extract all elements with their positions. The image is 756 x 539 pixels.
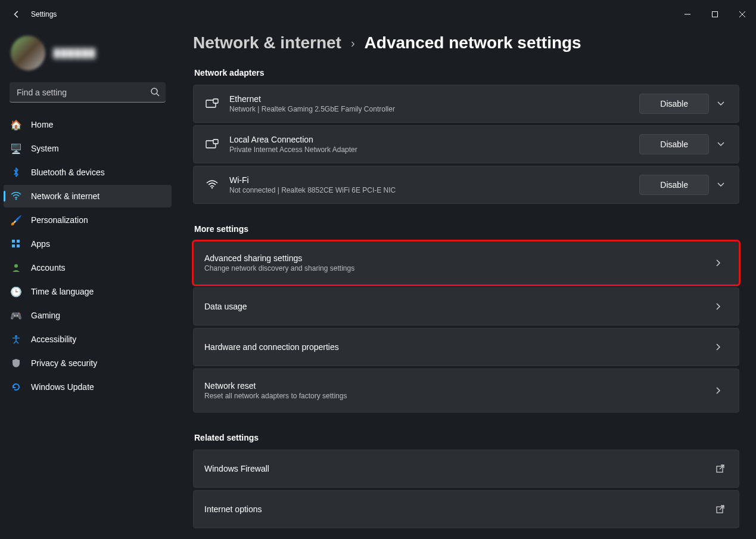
- chevron-right-icon: [716, 343, 728, 351]
- window-controls: [674, 5, 756, 24]
- ethernet-icon: [203, 98, 221, 109]
- related-item-firewall[interactable]: Windows Firewall: [193, 450, 739, 488]
- more-item-title: Data usage: [204, 302, 716, 311]
- more-item-data-usage[interactable]: Data usage: [193, 287, 739, 326]
- adapter-card-wifi[interactable]: Wi-Fi Not connected | Realtek 8852CE WiF…: [193, 166, 739, 204]
- clock-globe-icon: 🕒: [11, 286, 21, 297]
- titlebar: Settings: [0, 0, 756, 29]
- sidebar-item-label: System: [31, 144, 59, 153]
- svg-point-10: [15, 335, 17, 337]
- chevron-down-icon[interactable]: [717, 142, 729, 147]
- more-item-title: Hardware and connection properties: [204, 342, 716, 352]
- svg-point-15: [211, 187, 213, 189]
- wifi-icon: [11, 191, 21, 202]
- search-icon: [150, 87, 160, 97]
- ethernet-icon: [203, 139, 221, 150]
- back-button[interactable]: [5, 2, 29, 26]
- arrow-left-icon: [13, 10, 21, 18]
- minimize-icon: [685, 11, 690, 17]
- paintbrush-icon: 🖌️: [11, 215, 21, 225]
- close-button[interactable]: [729, 5, 756, 24]
- sidebar-item-apps[interactable]: Apps: [4, 233, 172, 255]
- main-content: Network & internet › Advanced network se…: [179, 29, 756, 539]
- profile-name: ██████: [54, 48, 97, 58]
- sidebar-nav: 🏠 Home 🖥️ System Bluetooth & devices Net…: [4, 113, 172, 398]
- breadcrumb-parent[interactable]: Network & internet: [193, 33, 341, 52]
- sidebar-item-label: Time & language: [31, 287, 94, 296]
- sidebar-item-time[interactable]: 🕒 Time & language: [4, 280, 172, 303]
- sidebar-item-home[interactable]: 🏠 Home: [4, 113, 172, 136]
- adapter-subtitle: Not connected | Realtek 8852CE WiFi 6E P…: [229, 186, 639, 194]
- related-item-internet-options[interactable]: Internet options: [193, 490, 739, 528]
- chevron-down-icon[interactable]: [717, 101, 729, 106]
- related-item-title: Windows Firewall: [204, 464, 716, 473]
- sidebar-item-network[interactable]: Network & internet: [4, 185, 172, 207]
- more-item-subtitle: Reset all network adapters to factory se…: [204, 392, 716, 400]
- more-item-subtitle: Change network discovery and sharing set…: [204, 264, 716, 272]
- sidebar-item-label: Personalization: [31, 215, 88, 225]
- more-item-hardware-properties[interactable]: Hardware and connection properties: [193, 328, 739, 366]
- svg-line-3: [157, 94, 159, 96]
- svg-point-9: [14, 264, 18, 268]
- gamepad-icon: 🎮: [11, 310, 21, 321]
- sidebar-item-accessibility[interactable]: Accessibility: [4, 328, 172, 351]
- wifi-icon: [203, 180, 221, 190]
- sidebar-item-label: Home: [31, 120, 53, 129]
- sidebar-item-label: Windows Update: [31, 382, 94, 392]
- chevron-right-icon: [716, 259, 728, 267]
- close-icon: [739, 11, 745, 17]
- minimize-button[interactable]: [674, 5, 701, 24]
- disable-button[interactable]: Disable: [639, 134, 709, 154]
- sidebar-item-gaming[interactable]: 🎮 Gaming: [4, 304, 172, 327]
- chevron-right-icon: ›: [351, 36, 355, 50]
- search-input[interactable]: [10, 82, 166, 103]
- sidebar-item-accounts[interactable]: Accounts: [4, 256, 172, 279]
- disable-button[interactable]: Disable: [639, 175, 709, 195]
- more-item-network-reset[interactable]: Network reset Reset all network adapters…: [193, 368, 739, 413]
- section-heading-adapters: Network adapters: [194, 68, 739, 78]
- sidebar-item-label: Accounts: [31, 263, 66, 272]
- more-item-advanced-sharing[interactable]: Advanced sharing settings Change network…: [193, 241, 739, 285]
- svg-rect-1: [713, 12, 718, 17]
- disable-button[interactable]: Disable: [639, 94, 709, 114]
- svg-rect-7: [12, 244, 15, 247]
- adapter-card-ethernet[interactable]: Ethernet Network | Realtek Gaming 2.5GbE…: [193, 85, 739, 123]
- svg-rect-8: [17, 244, 20, 247]
- svg-rect-6: [17, 240, 20, 243]
- page-title: Advanced network settings: [365, 33, 581, 52]
- adapter-title: Ethernet: [229, 94, 639, 104]
- svg-rect-14: [213, 140, 218, 144]
- sidebar-item-label: Privacy & security: [31, 358, 97, 368]
- profile-block[interactable]: ██████: [4, 29, 172, 82]
- open-external-icon: [716, 505, 728, 513]
- sidebar-item-privacy[interactable]: Privacy & security: [4, 352, 172, 374]
- chevron-right-icon: [716, 387, 728, 394]
- sidebar-item-personalization[interactable]: 🖌️ Personalization: [4, 209, 172, 231]
- sidebar-item-update[interactable]: Windows Update: [4, 376, 172, 398]
- search-box[interactable]: [10, 82, 166, 103]
- svg-point-4: [15, 199, 17, 200]
- adapter-subtitle: Private Internet Access Network Adapter: [229, 145, 639, 154]
- maximize-icon: [712, 11, 718, 17]
- adapter-card-lan[interactable]: Local Area Connection Private Internet A…: [193, 125, 739, 163]
- svg-point-2: [151, 88, 157, 94]
- bluetooth-icon: [11, 167, 21, 178]
- adapter-subtitle: Network | Realtek Gaming 2.5GbE Family C…: [229, 105, 639, 113]
- accessibility-icon: [11, 334, 21, 345]
- system-icon: 🖥️: [11, 143, 21, 154]
- avatar: [11, 36, 45, 70]
- maximize-button[interactable]: [701, 5, 729, 24]
- sidebar-item-label: Apps: [31, 239, 50, 249]
- svg-rect-5: [12, 240, 15, 243]
- section-heading-more: More settings: [194, 224, 739, 234]
- chevron-down-icon[interactable]: [717, 182, 729, 187]
- section-heading-related: Related settings: [194, 433, 739, 442]
- more-item-title: Network reset: [204, 381, 716, 391]
- window-title: Settings: [31, 10, 57, 18]
- adapter-title: Wi-Fi: [229, 175, 639, 185]
- related-item-title: Internet options: [204, 504, 716, 514]
- chevron-right-icon: [716, 303, 728, 310]
- sidebar-item-bluetooth[interactable]: Bluetooth & devices: [4, 161, 172, 184]
- open-external-icon: [716, 464, 728, 473]
- sidebar-item-system[interactable]: 🖥️ System: [4, 137, 172, 160]
